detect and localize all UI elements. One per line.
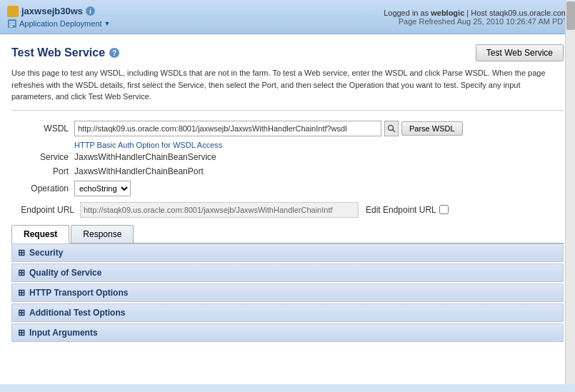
edit-endpoint-label: Edit Endpoint URL: [366, 205, 436, 215]
accordion-security: ⊞ Security: [11, 243, 564, 262]
service-label: Service: [11, 152, 69, 162]
accordion-input-args: ⊞ Input Arguments: [11, 323, 564, 342]
page-description: Use this page to test any WSDL, includin…: [11, 67, 564, 111]
accordion-security-header[interactable]: ⊞ Security: [12, 244, 563, 261]
svg-rect-1: [9, 21, 15, 23]
page-title: Test Web Service ?: [11, 46, 119, 59]
page-title-text: Test Web Service: [11, 46, 105, 59]
wsdl-label: WSDL: [11, 124, 69, 134]
endpoint-input[interactable]: [80, 202, 359, 218]
accordion-qos: ⊞ Quality of Service: [11, 263, 564, 282]
logged-in-user: weblogic: [431, 9, 464, 17]
service-value: JaxwsWithHandlerChainBeanService: [74, 152, 216, 162]
operation-select[interactable]: echoString: [74, 181, 131, 196]
svg-point-4: [389, 125, 394, 130]
accordion-input-args-header[interactable]: ⊞ Input Arguments: [12, 324, 563, 341]
host-separator: |: [466, 9, 469, 17]
accordion-input-expand-icon: ⊞: [18, 328, 25, 338]
accordion-additional-expand-icon: ⊞: [18, 308, 25, 318]
main-content: Test Web Service ? Test Web Service Use …: [0, 34, 575, 384]
header-left: jaxwsejb30ws i Application Deployment ▼: [0, 0, 376, 34]
host-label: Host: [471, 9, 487, 17]
accordion-additional-header[interactable]: ⊞ Additional Test Options: [12, 304, 563, 321]
operation-label: Operation: [11, 184, 69, 194]
tab-response[interactable]: Response: [71, 225, 134, 243]
test-web-service-button[interactable]: Test Web Service: [476, 44, 564, 61]
accordion-qos-expand-icon: ⊞: [18, 268, 25, 278]
page-refreshed: Page Refreshed Aug 25, 2010 10:26:47 AM …: [399, 17, 568, 26]
scrollbar-right[interactable]: [565, 0, 575, 384]
header-right: Logged in as weblogic | Host staqk09.us.…: [376, 0, 575, 34]
accordion-http-transport-header[interactable]: ⊞ HTTP Transport Options: [12, 284, 563, 301]
accordion-http-expand-icon: ⊞: [18, 288, 25, 298]
accordion-http-transport-label: HTTP Transport Options: [29, 288, 128, 298]
app-title: jaxwsejb30ws i: [7, 6, 369, 17]
subtitle-text: Application Deployment: [19, 19, 102, 28]
accordion-qos-header[interactable]: ⊞ Quality of Service: [12, 264, 563, 281]
svg-rect-3: [9, 26, 13, 27]
app-name-text: jaxwsejb30ws: [21, 6, 83, 16]
accordion-qos-label: Quality of Service: [29, 268, 101, 278]
operation-row: Operation echoString: [11, 181, 564, 196]
wsdl-row: WSDL Parse WSDL: [11, 121, 564, 136]
subtitle-dropdown-icon[interactable]: ▼: [104, 20, 111, 27]
top-header: jaxwsejb30ws i Application Deployment ▼ …: [0, 0, 575, 34]
tab-request[interactable]: Request: [11, 225, 69, 243]
tabs-row: Request Response: [11, 225, 564, 243]
accordion-security-label: Security: [29, 248, 63, 258]
svg-line-5: [393, 129, 396, 132]
accordion-container: ⊞ Security ⊞ Quality of Service ⊞ HTTP T…: [11, 243, 564, 342]
page-title-row: Test Web Service ? Test Web Service: [11, 41, 564, 61]
service-row: Service JaxwsWithHandlerChainBeanService: [11, 152, 564, 162]
wsdl-input-group: Parse WSDL: [74, 121, 463, 136]
accordion-http-transport: ⊞ HTTP Transport Options: [11, 283, 564, 302]
app-subtitle: Application Deployment ▼: [7, 19, 369, 29]
svg-rect-2: [9, 24, 15, 25]
port-row: Port JaxwsWithHandlerChainBeanPort: [11, 166, 564, 176]
accordion-additional: ⊞ Additional Test Options: [11, 303, 564, 322]
logged-in-info: Logged in as weblogic | Host staqk09.us.…: [384, 9, 568, 17]
accordion-input-args-label: Input Arguments: [29, 328, 98, 338]
edit-endpoint-checkbox[interactable]: [439, 205, 449, 214]
accordion-additional-label: Additional Test Options: [29, 308, 125, 318]
logged-in-label: Logged in as: [384, 9, 429, 17]
endpoint-row: Endpoint URL Edit Endpoint URL: [11, 202, 564, 218]
http-basic-auth-link[interactable]: HTTP Basic Auth Option for WSDL Access: [74, 141, 564, 149]
app-icon: [7, 6, 19, 17]
scrollbar-thumb[interactable]: [566, 1, 575, 30]
wsdl-input[interactable]: [74, 121, 381, 136]
accordion-security-expand-icon: ⊞: [18, 248, 25, 258]
deployment-icon: [7, 19, 17, 29]
host-value: staqk09.us.oracle.com: [489, 9, 568, 17]
page-help-icon[interactable]: ?: [109, 48, 119, 58]
port-value: JaxwsWithHandlerChainBeanPort: [74, 166, 204, 176]
wsdl-search-icon[interactable]: [384, 121, 399, 136]
port-label: Port: [11, 166, 69, 176]
app-info-icon[interactable]: i: [86, 6, 95, 16]
parse-wsdl-button[interactable]: Parse WSDL: [401, 121, 463, 136]
endpoint-label: Endpoint URL: [11, 205, 74, 215]
